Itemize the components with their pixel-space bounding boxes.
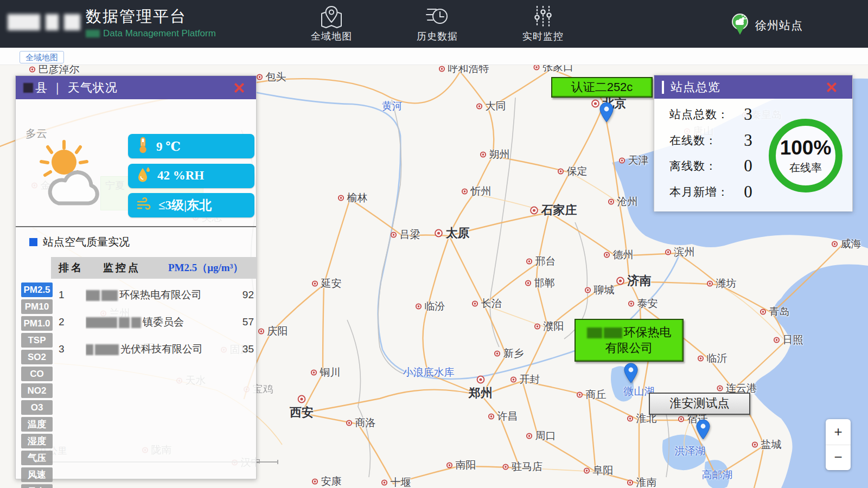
- station-pin[interactable]: [624, 363, 638, 386]
- param-button-PM2.5[interactable]: PM2.5: [21, 282, 53, 297]
- city-marker-icon: [525, 280, 532, 286]
- param-button-温度[interactable]: 温度: [21, 417, 53, 432]
- city-marker-icon: [312, 280, 318, 287]
- param-button-风向[interactable]: 风向: [21, 484, 53, 488]
- nav-label: 全域地图: [311, 30, 352, 43]
- param-button-SO2[interactable]: SO2: [21, 350, 53, 364]
- nav-item-realtime-monitor[interactable]: 实时监控: [513, 4, 573, 43]
- map-city-label: 太原: [435, 225, 470, 241]
- station-pin[interactable]: [599, 102, 614, 125]
- map-city-label: 盐城: [752, 438, 782, 452]
- map-city-label: 阜阳: [584, 464, 614, 478]
- city-name: 南阳: [456, 458, 476, 472]
- city-marker-icon: [476, 103, 483, 110]
- map-city-label: 十堰: [381, 476, 411, 488]
- param-button-O3[interactable]: O3: [21, 400, 53, 415]
- weather-metric-1: 42 %RH: [128, 164, 254, 188]
- map-city-label: 商洛: [346, 416, 376, 430]
- marker-label-line: 环保热电: [587, 325, 672, 341]
- station-marker-huanbao[interactable]: 环保热电有限公司: [575, 319, 684, 362]
- param-button-PM1.0[interactable]: PM1.0: [21, 316, 53, 331]
- city-marker-icon: [665, 249, 672, 255]
- close-icon[interactable]: [825, 81, 837, 93]
- realtime-monitor-icon: [531, 4, 555, 28]
- aqi-station-name-text: 环保热电有限公司: [119, 289, 202, 300]
- map-city-label: 周口: [526, 429, 556, 443]
- zoom-out-button[interactable]: −: [826, 445, 851, 471]
- map-city-label: 临沂: [698, 351, 727, 365]
- map-city-label: 日照: [774, 333, 803, 347]
- city-marker-icon: [257, 74, 263, 80]
- stat-label: 站点总数：: [669, 107, 735, 122]
- weather-panel-title: 县 ｜ 天气状况: [35, 80, 118, 96]
- station-pin[interactable]: [696, 419, 710, 442]
- subtitle-redacted-block: [86, 30, 100, 37]
- city-name: 滨州: [674, 245, 695, 259]
- nav-item-global-map[interactable]: 全域地图: [302, 4, 361, 43]
- aqi-station-name: 光伏科技有限公司: [86, 342, 227, 356]
- city-name: 安康: [321, 474, 342, 488]
- city-name: 郑州: [469, 385, 493, 401]
- col-rank: 排名: [59, 261, 103, 275]
- redacted-text: [604, 328, 622, 338]
- city-name: 泰安: [637, 297, 658, 311]
- global-map-icon: [320, 4, 343, 28]
- city-name: 临沂: [707, 351, 727, 365]
- param-button-NO2[interactable]: NO2: [21, 383, 53, 398]
- logo-redacted-blocks: [8, 5, 80, 39]
- station-selector[interactable]: 徐州站点: [730, 13, 803, 38]
- stat-value: 0: [735, 156, 762, 176]
- map-water-label: 小浪底水库: [403, 365, 455, 380]
- map-city-label: 临汾: [416, 299, 445, 313]
- city-marker-icon: [526, 433, 533, 439]
- param-button-PM10[interactable]: PM10: [21, 299, 53, 314]
- map-city-label: 包头: [257, 70, 286, 84]
- city-marker-icon: [416, 303, 422, 310]
- zoom-in-button[interactable]: +: [826, 419, 851, 445]
- aqi-station-name-text: 光伏科技有限公司: [120, 343, 203, 355]
- map-city-label: 忻州: [462, 184, 492, 198]
- map-city-label: 德州: [604, 248, 634, 262]
- redacted-text: [119, 317, 130, 328]
- map-city-label: 天津: [619, 153, 649, 168]
- city-marker-icon: [530, 206, 539, 215]
- city-name: 济南: [628, 273, 652, 289]
- gauge-label: 在线率: [789, 160, 822, 175]
- redacted-text: [86, 344, 93, 355]
- city-marker-icon: [558, 168, 564, 175]
- online-rate-gauge: 100% 在线率: [769, 119, 843, 192]
- map-city-label: 铜川: [311, 365, 341, 380]
- city-name: 石家庄: [541, 202, 577, 219]
- map-city-label: 张家口: [533, 65, 573, 74]
- city-name: 周口: [535, 429, 556, 443]
- city-marker-icon: [707, 280, 713, 287]
- station-marker-huaian[interactable]: 淮安测试点: [649, 393, 750, 415]
- city-name: 新乡: [503, 346, 524, 361]
- city-name: 濮阳: [544, 319, 564, 333]
- city-marker-icon: [678, 416, 685, 422]
- app-logo: 数据管理平台 Data Management Platform: [8, 5, 216, 39]
- city-name: 日照: [783, 333, 803, 347]
- col-station: 监控点: [103, 261, 168, 275]
- city-name: 忻州: [471, 184, 492, 198]
- marker-label-line: 有限公司: [605, 341, 653, 356]
- close-icon[interactable]: [233, 82, 245, 94]
- param-button-CO[interactable]: CO: [21, 367, 53, 381]
- nav-item-history-data[interactable]: 历史数据: [407, 4, 467, 43]
- param-button-TSP[interactable]: TSP: [21, 333, 53, 348]
- redacted-text: [95, 344, 119, 355]
- tab-global-map[interactable]: 全域地图: [20, 51, 64, 63]
- map-city-label: 郑州: [469, 375, 493, 401]
- map-city-label: 聊城: [585, 283, 615, 297]
- city-marker-icon: [338, 195, 344, 201]
- param-button-气压[interactable]: 气压: [21, 451, 53, 465]
- map-water-label: 洪泽湖: [675, 444, 706, 458]
- param-button-风速[interactable]: 风速: [21, 467, 53, 482]
- city-marker-icon: [311, 369, 317, 376]
- city-name: 商丘: [586, 388, 607, 402]
- overview-panel-title: 站点总览: [671, 79, 720, 95]
- param-button-湿度[interactable]: 湿度: [21, 434, 53, 448]
- city-name: 巴彦淖尔: [39, 65, 80, 76]
- city-marker-icon: [760, 309, 767, 315]
- station-marker-renzheng[interactable]: 认证二252c: [551, 77, 653, 98]
